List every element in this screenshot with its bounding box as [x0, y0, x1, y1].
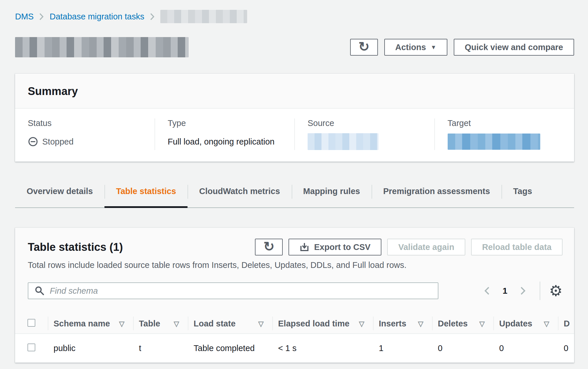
summary-field-target: Target [434, 118, 574, 150]
source-label: Source [308, 118, 434, 128]
validate-label: Validate again [398, 242, 454, 252]
header-actions: ↻ Actions ▼ Quick view and compare [350, 39, 574, 56]
column-header-inserts: Inserts [379, 319, 406, 328]
breadcrumb-current-redacted [160, 10, 247, 23]
sort-icon[interactable]: ▽ [479, 320, 485, 328]
summary-field-type: Type Full load, ongoing replication [155, 118, 295, 150]
table-header-row: Schema name▽ Table▽ Load state▽ Elapsed … [15, 314, 574, 334]
breadcrumb-link-tasks[interactable]: Database migration tasks [49, 12, 144, 21]
select-all-checkbox[interactable] [27, 319, 35, 327]
column-header-schema-name: Schema name [54, 319, 110, 328]
breadcrumb-link-dms[interactable]: DMS [15, 12, 34, 21]
current-page-number[interactable]: 1 [503, 286, 508, 296]
table-statistics-buttons: ↻ Export to CSV Validate again Reload ta… [255, 239, 563, 255]
quick-view-compare-button[interactable]: Quick view and compare [454, 39, 574, 56]
column-header-load-state: Load state [194, 319, 236, 328]
column-header-deletes: Deletes [438, 319, 468, 328]
source-link-redacted[interactable] [308, 133, 378, 150]
task-detail-tabs: Overview details Table statistics CloudW… [15, 186, 574, 208]
table-statistics-description: Total rows include loaded source table r… [15, 255, 574, 270]
pagination: 1 ⚙ [482, 282, 563, 300]
table-statistics-card: Table statistics (1) ↻ Export to CSV Val… [15, 228, 574, 363]
download-icon [299, 242, 309, 252]
breadcrumb: DMS Database migration tasks [15, 10, 574, 23]
actions-dropdown-button[interactable]: Actions ▼ [384, 39, 447, 56]
stopped-status-icon [28, 136, 38, 147]
cell-table: t [133, 334, 188, 363]
table-statistics-header: Table statistics (1) ↻ Export to CSV Val… [15, 228, 574, 255]
validate-again-button[interactable]: Validate again [387, 239, 465, 255]
sort-icon[interactable]: ▽ [174, 320, 179, 328]
refresh-icon: ↻ [359, 40, 370, 53]
column-header-elapsed-load-time: Elapsed load time [278, 319, 350, 328]
pager-divider [540, 282, 540, 300]
summary-field-status: Status Stopped [15, 118, 155, 150]
column-header-updates: Updates [499, 319, 532, 328]
export-to-csv-button[interactable]: Export to CSV [289, 239, 381, 255]
quick-view-label: Quick view and compare [465, 43, 563, 52]
cell-updates: 0 [493, 334, 558, 363]
target-link-redacted[interactable] [448, 134, 540, 150]
status-label: Status [28, 118, 155, 128]
summary-field-source: Source [294, 118, 434, 150]
reload-table-data-button[interactable]: Reload table data [471, 239, 563, 255]
row-checkbox[interactable] [27, 344, 35, 351]
tab-table-statistics[interactable]: Table statistics [104, 186, 188, 207]
tab-mapping-rules[interactable]: Mapping rules [292, 186, 372, 207]
next-page-button[interactable] [518, 286, 528, 295]
export-label: Export to CSV [314, 242, 370, 252]
column-header-table: Table [139, 319, 160, 328]
sort-icon[interactable]: ▽ [544, 320, 549, 328]
tab-overview-details[interactable]: Overview details [15, 186, 104, 207]
reload-label: Reload table data [482, 242, 552, 252]
page-title-redacted [15, 37, 189, 57]
status-value: Stopped [42, 137, 74, 147]
cell-deletes: 0 [432, 334, 493, 363]
type-label: Type [168, 118, 295, 128]
sort-icon[interactable]: ▽ [359, 320, 364, 328]
cell-ddls: 0 [558, 334, 574, 363]
dms-task-page: DMS Database migration tasks ↻ Actions ▼… [0, 0, 588, 363]
cell-elapsed-load-time: < 1 s [272, 334, 373, 363]
summary-title: Summary [28, 85, 561, 98]
table-row: public t Table completed < 1 s 1 0 0 0 [15, 334, 574, 363]
column-header-ddls: D [564, 319, 570, 328]
tab-cloudwatch-metrics[interactable]: CloudWatch metrics [188, 186, 291, 207]
summary-body: Status Stopped Type Full load, ongoing r… [15, 109, 574, 162]
find-schema-input[interactable] [50, 286, 431, 296]
previous-page-button[interactable] [482, 286, 492, 295]
tab-premigration-assessments[interactable]: Premigration assessments [372, 186, 501, 207]
refresh-button[interactable]: ↻ [350, 39, 378, 56]
chevron-right-icon [150, 13, 155, 21]
cell-inserts: 1 [373, 334, 432, 363]
sort-icon[interactable]: ▽ [258, 320, 264, 328]
table-statistics-title: Table statistics (1) [28, 241, 123, 253]
table-statistics-table: Schema name▽ Table▽ Load state▽ Elapsed … [15, 314, 574, 363]
search-row: 1 ⚙ [15, 270, 574, 300]
search-icon [35, 286, 45, 296]
settings-gear-icon[interactable]: ⚙ [549, 283, 563, 298]
page-header: ↻ Actions ▼ Quick view and compare [15, 37, 574, 57]
tab-tags[interactable]: Tags [501, 186, 544, 207]
type-value: Full load, ongoing replication [168, 137, 275, 147]
sort-icon[interactable]: ▽ [418, 320, 423, 328]
refresh-icon: ↻ [263, 240, 275, 253]
caret-down-icon: ▼ [431, 44, 436, 50]
summary-card: Summary Status Stopped Type Full load, o… [15, 74, 574, 162]
cell-load-state: Table completed [188, 334, 272, 363]
sort-icon[interactable]: ▽ [119, 320, 124, 328]
chevron-right-icon [39, 13, 44, 21]
cell-schema-name: public [48, 334, 133, 363]
target-label: Target [448, 118, 574, 128]
table-refresh-button[interactable]: ↻ [255, 239, 283, 255]
summary-card-header: Summary [15, 74, 574, 109]
schema-search-box [28, 282, 438, 299]
actions-label: Actions [395, 43, 426, 52]
